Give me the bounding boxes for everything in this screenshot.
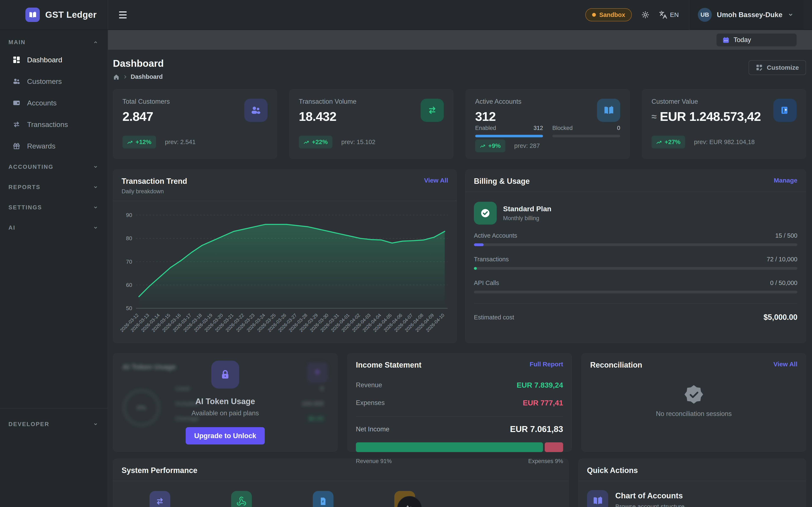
card-icon [773,99,797,122]
upgrade-button[interactable]: Upgrade to Unlock [186,427,264,445]
stat-card-customer-value: Customer Value ≈ EUR 1.248.573,42 +27% p… [642,89,806,159]
estimated-cost-row: Estimated cost $5,000.00 [465,303,806,322]
sidebar-item-accounts[interactable]: Accounts [0,92,108,114]
revenue-row: Revenue EUR 7.839,24 [356,381,563,389]
svg-text:50: 50 [126,305,132,312]
sidebar-item-transactions[interactable]: Transactions [0,114,108,135]
customize-grid-icon [756,64,763,71]
quick-action-chart-of-accounts[interactable]: Chart of Accounts Browse account structu… [587,490,798,507]
sidebar-section-developer[interactable]: DEVELOPER [0,414,108,434]
breadcrumb: Dashboard [113,73,164,80]
ai-overlay-title: AI Token Usage [195,397,255,406]
sidebar-section-reports[interactable]: REPORTS [0,177,108,197]
svg-text:80: 80 [126,235,132,241]
usage-value: 0 / 50,000 [770,279,798,286]
swap-arrows-icon [150,491,170,507]
trend-up-icon [303,139,309,145]
sidebar-section-accounting[interactable]: ACCOUNTING [0,157,108,177]
full-report-link[interactable]: Full Report [530,360,563,368]
environment-badge[interactable]: Sandbox [585,8,632,21]
usage-row-active-accounts: Active Accounts 15 / 500 [474,232,798,246]
revenue-label: Revenue [356,381,382,389]
chevron-down-icon [93,225,98,230]
content: Dashboard Dashboard Customize Total Cust… [108,50,812,507]
sidebar-item-label: Transactions [27,120,68,129]
svg-text:60: 60 [126,282,132,288]
usage-value: 15 / 500 [775,232,798,239]
expenses-bar-segment [545,442,563,452]
sidebar-item-label: Accounts [27,99,57,107]
revenue-expense-bar [356,442,563,452]
manage-link[interactable]: Manage [774,177,798,184]
panel-subtitle: Daily breakdown [121,188,187,195]
transaction-trend-chart: 50607080902026-03-122026-03-132026-03-14… [115,203,452,349]
webhook-icon [231,491,252,507]
sidebar-item-rewards[interactable]: Rewards [0,135,108,157]
wallet-icon [12,99,21,107]
net-income-label: Net Income [356,426,390,433]
panel-title: Quick Actions [587,466,638,475]
ai-overlay-subtitle: Available on paid plans [192,409,259,417]
brand: GST Ledger [0,0,108,30]
stats-row: Total Customers 2.847 +12% prev: 2.541 [113,89,806,159]
panel-title: Transaction Trend [121,177,187,186]
top-bar: GST Ledger Sandbox EN UB [0,0,812,30]
net-income-row: Net Income EUR 7.061,83 [347,417,571,434]
date-range-button[interactable]: Today [716,34,797,47]
panel-title: Reconciliation [590,360,642,370]
view-all-link[interactable]: View All [773,360,798,368]
usage-label: Transactions [474,256,509,263]
brand-name: GST Ledger [45,10,97,20]
revenue-caption: Revenue 91% [356,458,392,464]
section-label: SETTINGS [8,204,42,211]
estimated-cost-label: Estimated cost [474,314,514,321]
topbar-spacer [133,0,585,30]
panel-title: System Performance [121,466,197,475]
sidebar-section-ai[interactable]: AI [0,218,108,238]
book-icon [587,490,608,507]
panel-title: Income Statement [356,360,421,370]
billing-usage-panel: Billing & Usage Manage Standard Plan Mon… [465,169,806,343]
language-switcher[interactable]: EN [659,11,679,19]
reconciliation-empty-state: No reconciliation sessions [582,385,806,418]
sidebar-section-main[interactable]: MAIN [0,36,108,49]
sidebar-section-settings[interactable]: SETTINGS [0,197,108,218]
prev-value: prev: EUR 982.104,18 [694,138,755,146]
users-icon [244,99,267,122]
view-all-link[interactable]: View All [424,177,448,184]
expenses-row: Expenses EUR 777,41 [356,399,563,407]
sidebar-toggle-button[interactable] [119,8,133,21]
prev-value: prev: 2.541 [165,138,196,146]
expenses-label: Expenses [356,399,385,407]
topbar-controls: Sandbox EN UB Umoh Bassey-Duke [585,0,812,30]
chevron-down-icon [93,164,98,170]
sidebar-divider [0,408,108,408]
stat-card-active-accounts: Active Accounts 312 Enabled 312 [466,89,630,159]
sidebar-spacer [0,238,108,408]
chart-body: 50607080902026-03-122026-03-132026-03-14… [113,201,457,349]
chevron-down-icon [93,184,98,190]
quick-actions-panel: Quick Actions Chart of Accounts Browse a… [578,459,806,507]
prev-value: prev: 15.102 [341,138,375,146]
home-icon[interactable] [113,73,120,80]
delta-badge: +9% [475,139,505,152]
languages-icon [659,11,667,19]
sidebar-item-customers[interactable]: Customers [0,70,108,92]
lock-icon [211,360,239,389]
status-dot [592,13,596,17]
transaction-trend-panel: Transaction Trend Daily breakdown View A… [113,169,457,343]
user-menu[interactable]: UB Umoh Bassey-Duke [689,0,804,30]
breadcrumb-current: Dashboard [131,73,163,80]
sidebar-item-label: Customers [27,77,62,86]
avatar: UB [698,8,712,22]
blocked-label: Blocked [552,125,573,131]
theme-toggle-button[interactable] [641,11,650,19]
row-ai-income-recon: AI Token Usage 0% Used0 Included100.000 … [113,353,806,452]
expenses-caption: Expenses 9% [528,458,563,464]
customize-button[interactable]: Customize [749,60,806,75]
row-trend-billing: Transaction Trend Daily breakdown View A… [113,169,806,343]
sidebar-item-dashboard[interactable]: Dashboard [0,49,108,70]
reconciliation-card: Reconciliation View All No reconciliatio… [581,353,806,452]
enabled-label: Enabled [475,125,496,131]
sidebar-item-label: Rewards [27,142,55,150]
